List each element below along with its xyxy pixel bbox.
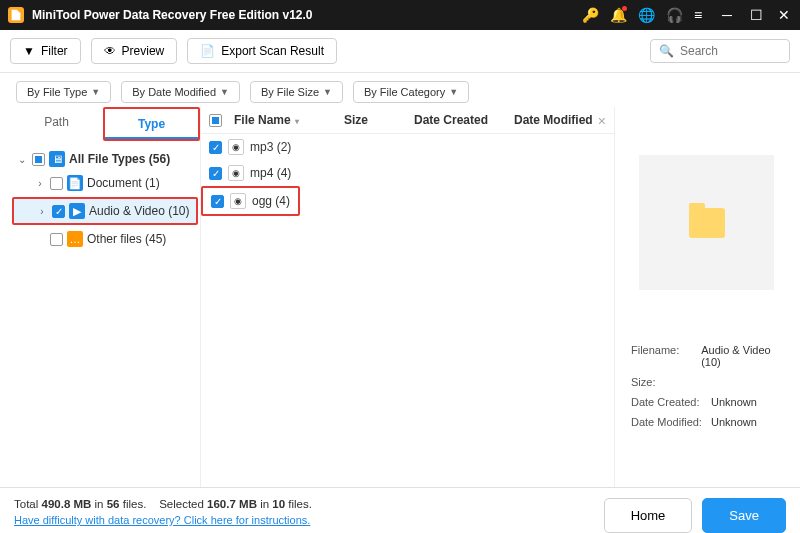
toolbar: ▼ Filter 👁 Preview 📄 Export Scan Result … xyxy=(0,30,800,73)
tree-label: Other files (45) xyxy=(87,232,166,246)
monitor-icon: 🖥 xyxy=(49,151,65,167)
audio-video-icon: ▶ xyxy=(69,203,85,219)
file-name: mp3 (2) xyxy=(250,140,291,154)
folder-icon xyxy=(689,208,725,238)
tree-label: Document (1) xyxy=(87,176,160,190)
meta-label: Size: xyxy=(631,376,711,388)
chevron-right-icon: › xyxy=(36,206,48,217)
chevron-down-icon: ▼ xyxy=(449,87,458,97)
document-icon: 📄 xyxy=(67,175,83,191)
meta-label: Filename: xyxy=(631,344,701,368)
tree-label: All File Types (56) xyxy=(69,152,170,166)
file-type-icon: ◉ xyxy=(228,165,244,181)
search-input[interactable] xyxy=(680,44,781,58)
headset-icon[interactable]: 🎧 xyxy=(666,8,680,22)
export-button[interactable]: 📄 Export Scan Result xyxy=(187,38,337,64)
tree-node-audio-video[interactable]: › ✓ ▶ Audio & Video (10) xyxy=(14,199,196,223)
tab-type[interactable]: Type xyxy=(105,109,198,139)
status-bar: Total 490.8 MB in 56 files. Selected 160… xyxy=(0,487,800,533)
filter-by-size[interactable]: By File Size▼ xyxy=(250,81,343,103)
filter-icon: ▼ xyxy=(23,44,35,58)
checkbox-checked[interactable]: ✓ xyxy=(209,167,222,180)
eye-icon: 👁 xyxy=(104,44,116,58)
chevron-down-icon: ▼ xyxy=(220,87,229,97)
file-name: mp4 (4) xyxy=(250,166,291,180)
main-area: Path Type ⌄ 🖥 All File Types (56) › 📄 Do… xyxy=(0,107,800,487)
app-logo-icon xyxy=(8,7,24,23)
tree-node-other[interactable]: … Other files (45) xyxy=(12,227,198,251)
bell-icon[interactable]: 🔔 xyxy=(610,8,624,22)
home-button[interactable]: Home xyxy=(604,498,693,533)
file-type-icon: ◉ xyxy=(228,139,244,155)
meta-label: Date Modified: xyxy=(631,416,711,428)
maximize-button[interactable]: ☐ xyxy=(750,8,764,22)
filter-label: Filter xyxy=(41,44,68,58)
checkbox-indeterminate[interactable] xyxy=(209,114,222,127)
filter-bar: By File Type▼ By Date Modified▼ By File … xyxy=(0,73,800,107)
window-title: MiniTool Power Data Recovery Free Editio… xyxy=(32,8,582,22)
tree-label: Audio & Video (10) xyxy=(89,204,190,218)
close-button[interactable]: ✕ xyxy=(778,8,792,22)
search-icon: 🔍 xyxy=(659,44,674,58)
filter-by-category[interactable]: By File Category▼ xyxy=(353,81,469,103)
chevron-down-icon: ⌄ xyxy=(16,154,28,165)
meta-label: Date Created: xyxy=(631,396,711,408)
filter-by-type[interactable]: By File Type▼ xyxy=(16,81,111,103)
meta-value: Unknown xyxy=(711,416,757,428)
menu-icon[interactable]: ≡ xyxy=(694,8,708,22)
export-label: Export Scan Result xyxy=(221,44,324,58)
help-link[interactable]: Have difficulty with data recovery? Clic… xyxy=(14,514,312,526)
file-type-icon: ◉ xyxy=(230,193,246,209)
checkbox-checked[interactable]: ✓ xyxy=(209,141,222,154)
chevron-down-icon: ▼ xyxy=(91,87,100,97)
sidebar: Path Type ⌄ 🖥 All File Types (56) › 📄 Do… xyxy=(10,107,200,487)
other-files-icon: … xyxy=(67,231,83,247)
col-filename[interactable]: File Name▾ xyxy=(230,113,340,127)
details-panel: Filename:Audio & Video (10) Size: Date C… xyxy=(615,107,790,487)
filter-button[interactable]: ▼ Filter xyxy=(10,38,81,64)
globe-icon[interactable]: 🌐 xyxy=(638,8,652,22)
meta-value: Audio & Video (10) xyxy=(701,344,782,368)
preview-button[interactable]: 👁 Preview xyxy=(91,38,178,64)
file-row[interactable]: ✓ ◉ mp4 (4) xyxy=(201,160,614,186)
key-icon[interactable]: 🔑 xyxy=(582,8,596,22)
preview-thumbnail xyxy=(639,155,774,290)
checkbox-checked[interactable]: ✓ xyxy=(211,195,224,208)
col-created[interactable]: Date Created xyxy=(410,113,510,127)
tree-node-document[interactable]: › 📄 Document (1) xyxy=(12,171,198,195)
file-list-panel: × File Name▾ Size Date Created Date Modi… xyxy=(200,107,615,487)
minimize-button[interactable]: ─ xyxy=(722,8,736,22)
tree-node-all[interactable]: ⌄ 🖥 All File Types (56) xyxy=(12,147,198,171)
checkbox-indeterminate[interactable] xyxy=(32,153,45,166)
chevron-right-icon: › xyxy=(34,178,46,189)
file-row[interactable]: ✓ ◉ mp3 (2) xyxy=(201,134,614,160)
chevron-down-icon: ▼ xyxy=(323,87,332,97)
tab-path[interactable]: Path xyxy=(10,107,103,141)
sort-icon: ▾ xyxy=(295,117,299,126)
checkbox-checked[interactable]: ✓ xyxy=(52,205,65,218)
col-size[interactable]: Size xyxy=(340,113,410,127)
window-controls: 🔑 🔔 🌐 🎧 ≡ ─ ☐ ✕ xyxy=(582,8,792,22)
checkbox[interactable] xyxy=(50,233,63,246)
save-button[interactable]: Save xyxy=(702,498,786,533)
checkbox[interactable] xyxy=(50,177,63,190)
search-box[interactable]: 🔍 xyxy=(650,39,790,63)
scan-stats: Total 490.8 MB in 56 files. Selected 160… xyxy=(14,498,312,526)
meta-value: Unknown xyxy=(711,396,757,408)
file-type-tree: ⌄ 🖥 All File Types (56) › 📄 Document (1)… xyxy=(10,141,200,257)
export-icon: 📄 xyxy=(200,44,215,58)
file-name: ogg (4) xyxy=(252,194,290,208)
preview-label: Preview xyxy=(122,44,165,58)
footer-actions: Home Save xyxy=(604,498,786,533)
file-metadata: Filename:Audio & Video (10) Size: Date C… xyxy=(631,340,782,432)
col-modified[interactable]: Date Modified xyxy=(510,113,597,127)
sidebar-tabs: Path Type xyxy=(10,107,200,141)
column-headers: File Name▾ Size Date Created Date Modifi… xyxy=(201,107,614,134)
filter-by-date[interactable]: By Date Modified▼ xyxy=(121,81,240,103)
title-bar: MiniTool Power Data Recovery Free Editio… xyxy=(0,0,800,30)
file-row[interactable]: ✓ ◉ ogg (4) xyxy=(203,188,298,214)
